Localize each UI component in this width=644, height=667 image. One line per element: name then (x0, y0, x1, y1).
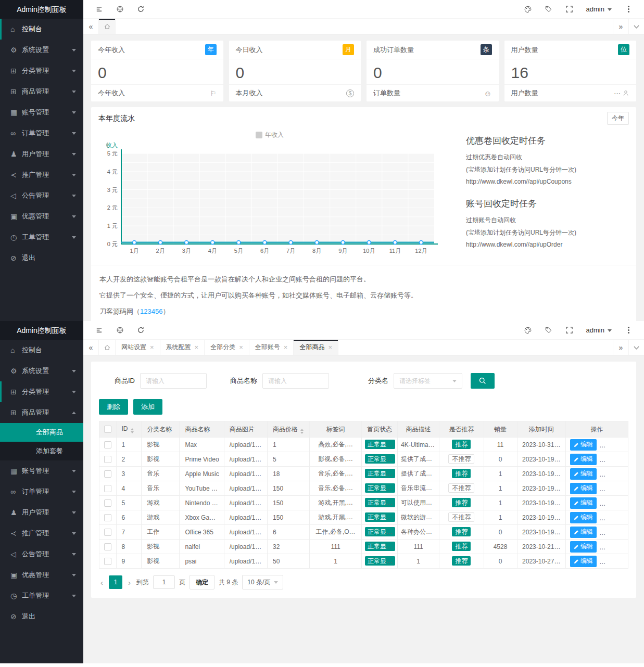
sidebar-item[interactable]: 控制台 (0, 340, 83, 361)
row-checkbox[interactable] (104, 514, 111, 521)
sidebar-item[interactable]: 优惠管理 (0, 565, 83, 585)
row-checkbox[interactable] (104, 485, 111, 492)
search-button[interactable] (471, 373, 495, 389)
edit-button[interactable]: 编辑 (570, 556, 597, 567)
source-link[interactable]: 123456 (140, 307, 162, 315)
tabs-scroll-left-icon[interactable] (83, 19, 99, 34)
sidebar-item[interactable]: 商品管理 (0, 81, 83, 102)
edit-button[interactable]: 编辑 (570, 483, 597, 494)
goto-page-input[interactable] (153, 575, 175, 589)
sidebar-item[interactable]: 控制台 (0, 19, 83, 40)
more-menu-icon[interactable] (618, 0, 639, 19)
user-menu[interactable]: admin (580, 5, 618, 13)
edit-button[interactable]: 编辑 (570, 454, 597, 465)
tab[interactable]: 全部账号 (249, 340, 294, 355)
sidebar-item[interactable]: 优惠管理 (0, 206, 83, 227)
chart-legend[interactable]: 年收入 (98, 130, 441, 140)
sidebar-item[interactable]: 账号管理 (0, 460, 83, 481)
tag-icon[interactable] (538, 321, 559, 340)
tab[interactable]: 网站设置 (116, 340, 160, 355)
tab-close-icon[interactable] (328, 343, 332, 351)
tab-close-icon[interactable] (284, 343, 288, 351)
tab[interactable]: 系统配置 (160, 340, 205, 355)
sidebar-item[interactable]: 用户管理 (0, 144, 83, 164)
next-page-icon[interactable] (127, 578, 132, 587)
tab[interactable]: 全部商品 (294, 340, 338, 355)
product-id-input[interactable] (140, 373, 207, 389)
year-range-button[interactable]: 今年 (607, 112, 629, 125)
sidebar-item[interactable]: 订单管理 (0, 481, 83, 502)
website-icon[interactable] (109, 0, 130, 19)
tag-icon[interactable] (538, 0, 559, 19)
tabs-menu-icon[interactable] (628, 340, 644, 355)
sidebar-item[interactable]: 公告管理 (0, 544, 83, 565)
sidebar-item[interactable]: 全部商品 (0, 423, 83, 442)
prev-page-icon[interactable] (99, 578, 105, 587)
edit-button[interactable]: 编辑 (570, 468, 597, 480)
row-checkbox[interactable] (104, 543, 111, 550)
row-checkbox[interactable] (104, 499, 111, 507)
theme-palette-icon[interactable] (517, 321, 538, 340)
sidebar-item[interactable]: 商品管理 (0, 402, 83, 423)
fullscreen-icon[interactable] (559, 0, 580, 19)
select-all-checkbox[interactable] (104, 426, 111, 433)
sidebar-item[interactable]: 退出 (0, 248, 83, 268)
tabs-menu-icon[interactable] (628, 19, 644, 34)
edit-button[interactable]: 编辑 (570, 497, 597, 509)
sidebar-item[interactable]: 推广管理 (0, 164, 83, 185)
tab-home[interactable] (99, 19, 116, 34)
delete-row-button[interactable]: 删除 (600, 541, 627, 553)
user-menu[interactable]: admin (580, 326, 618, 334)
tabs-scroll-right-icon[interactable] (613, 19, 628, 34)
delete-row-button[interactable]: 删除 (600, 512, 627, 523)
row-checkbox[interactable] (104, 456, 111, 463)
fullscreen-icon[interactable] (559, 321, 580, 340)
row-checkbox[interactable] (104, 470, 111, 478)
sidebar-item[interactable]: 账号管理 (0, 102, 83, 123)
sort-price-icon[interactable] (300, 429, 304, 434)
delete-row-button[interactable]: 删除 (600, 468, 627, 480)
delete-row-button[interactable]: 删除 (600, 439, 627, 451)
sidebar-item[interactable]: 退出 (0, 606, 83, 627)
edit-button[interactable]: 编辑 (570, 439, 597, 451)
confirm-page-button[interactable]: 确定 (190, 575, 214, 589)
sidebar-item[interactable]: 推广管理 (0, 523, 83, 544)
delete-row-button[interactable]: 删除 (600, 497, 627, 509)
delete-row-button[interactable]: 删除 (600, 483, 627, 494)
tab-home[interactable] (99, 340, 116, 355)
edit-button[interactable]: 编辑 (570, 541, 597, 553)
refresh-icon[interactable] (130, 321, 151, 340)
sidebar-item[interactable]: 用户管理 (0, 502, 83, 523)
sidebar-item[interactable]: 工单管理 (0, 585, 83, 606)
more-menu-icon[interactable] (618, 321, 639, 340)
product-name-input[interactable] (262, 373, 329, 389)
row-checkbox[interactable] (104, 441, 111, 448)
tab[interactable]: 全部分类 (205, 340, 249, 355)
tab-close-icon[interactable] (239, 343, 243, 351)
delete-selected-button[interactable]: 删除 (99, 399, 128, 415)
collapse-menu-icon[interactable] (89, 321, 109, 340)
row-checkbox[interactable] (104, 558, 111, 565)
edit-button[interactable]: 编辑 (570, 527, 597, 538)
delete-row-button[interactable]: 删除 (600, 454, 627, 465)
sidebar-item[interactable]: 订单管理 (0, 123, 83, 144)
delete-row-button[interactable]: 删除 (600, 527, 627, 538)
edit-button[interactable]: 编辑 (570, 512, 597, 523)
sidebar-item[interactable]: 公告管理 (0, 185, 83, 206)
tabs-scroll-left-icon[interactable] (83, 340, 99, 355)
sidebar-item[interactable]: 系统设置 (0, 361, 83, 381)
sidebar-item[interactable]: 工单管理 (0, 227, 83, 248)
category-select[interactable]: 请选择标签 (394, 373, 462, 389)
sidebar-item[interactable]: 分类管理 (0, 60, 83, 81)
tab-close-icon[interactable] (150, 343, 154, 351)
delete-row-button[interactable]: 删除 (600, 556, 627, 567)
sidebar-item[interactable]: 分类管理 (0, 381, 83, 402)
refresh-icon[interactable] (130, 0, 151, 19)
row-checkbox[interactable] (104, 529, 111, 536)
collapse-menu-icon[interactable] (89, 0, 109, 19)
sidebar-item[interactable]: 系统设置 (0, 40, 83, 60)
sort-id-icon[interactable] (131, 428, 134, 433)
tab-close-icon[interactable] (195, 343, 199, 351)
page-size-select[interactable]: 10 条/页 (242, 575, 283, 589)
sidebar-item[interactable]: 添加套餐 (0, 442, 83, 460)
